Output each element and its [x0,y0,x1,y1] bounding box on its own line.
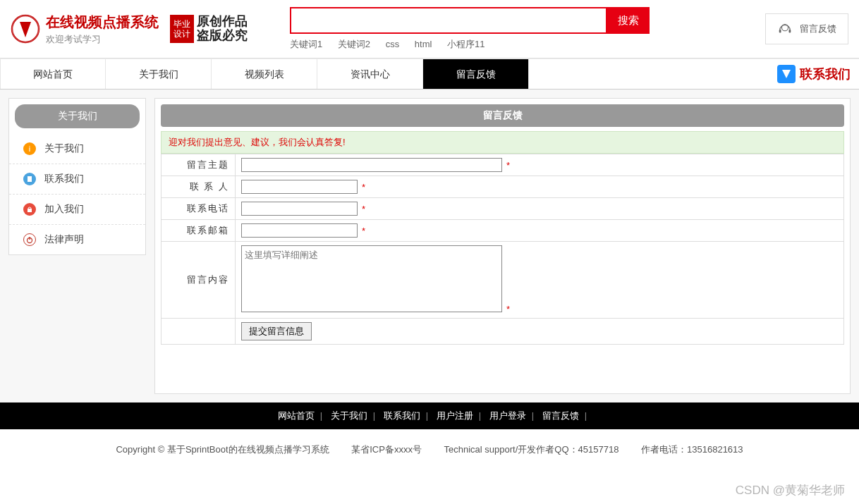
badge-line1: 毕业 [173,19,191,29]
footer-link[interactable]: 关于我们 [331,410,367,421]
required-mark: * [506,160,510,171]
search-button[interactable]: 搜索 [607,7,650,34]
subject-input[interactable] [241,158,502,172]
submit-button[interactable]: 提交留言信息 [241,322,312,340]
separator: | [320,410,322,421]
contact-input[interactable] [241,180,358,194]
author-phone: 作者电话：13516821613 [641,444,743,455]
separator: | [585,410,587,421]
svg-rect-4 [789,30,791,33]
sidebar-item-label: 关于我们 [44,142,84,155]
badge-line2: 设计 [173,29,191,39]
sidebar-item-contact[interactable]: 联系我们 [9,164,145,195]
graduation-badge: 毕业 设计 [170,15,194,44]
keyword-link[interactable]: 小程序11 [447,39,485,49]
phone-label: 联系电话 [162,198,236,220]
info-icon: i [23,142,36,155]
script-line1: 原创作品 [197,15,248,29]
phone-input[interactable] [241,202,358,216]
separator: | [373,410,375,421]
notice-bar: 迎对我们提出意见、建议，我们会认真答复! [161,131,844,154]
email-input[interactable] [241,223,358,238]
svg-rect-5 [28,176,32,182]
script-text: 原创作品 盗版必究 [197,15,248,43]
sidebar-item-label: 法律声明 [44,233,84,246]
sidebar-item-label: 加入我们 [44,203,84,216]
logo-area: 在线视频点播系统 欢迎考试学习 毕业 设计 原创作品 盗版必究 [11,13,248,46]
sidebar-item-label: 联系我们 [44,173,84,185]
footer-link[interactable]: 留言反馈 [542,410,579,421]
nav-video[interactable]: 视频列表 [212,59,317,89]
content-panel: 留言反馈 迎对我们提出意见、建议，我们会认真答复! 留言主题 * 联 系 人 *… [154,98,851,394]
search-row: 搜索 [290,7,650,34]
content-title: 留言反馈 [161,104,844,127]
header: 在线视频点播系统 欢迎考试学习 毕业 设计 原创作品 盗版必究 搜索 关键词1 … [0,0,859,59]
headset-icon [777,21,793,37]
logo-icon [11,14,40,44]
clipboard-icon [23,173,36,185]
sidebar: 关于我们 i 关于我们 联系我们 加入我们 法律声明 [8,98,146,255]
svg-rect-3 [779,30,781,33]
power-icon [23,233,36,246]
email-label: 联系邮箱 [162,220,236,242]
nav-home[interactable]: 网站首页 [0,59,106,89]
body-textarea[interactable] [241,245,502,312]
nav-about[interactable]: 关于我们 [106,59,212,89]
footer-nav: 网站首页| 关于我们| 联系我们| 用户注册| 用户登录| 留言反馈| [0,402,859,429]
contact-label: 联 系 人 [162,176,236,198]
separator: | [479,410,481,421]
support-text: Technical support/开发作者QQ：45157718 [444,444,619,455]
search-input[interactable] [290,7,607,34]
required-mark: * [506,304,510,314]
nav-feedback[interactable]: 留言反馈 [423,59,529,89]
nav-contact-link[interactable]: 联系我们 [777,65,859,83]
footer-link[interactable]: 联系我们 [384,410,420,421]
script-line2: 盗版必究 [197,29,248,43]
empty-cell [162,319,236,345]
top-feedback-label: 留言反馈 [800,23,836,35]
footer-link[interactable]: 用户登录 [489,410,526,421]
svg-rect-6 [28,209,32,212]
site-subtitle: 欢迎考试学习 [46,33,159,46]
sidebar-title: 关于我们 [15,104,140,128]
required-mark: * [362,182,365,192]
copyright-bar: Copyright © 基于SprintBoot的在线视频点播学习系统 某省IC… [0,429,859,477]
keyword-link[interactable]: 关键词2 [338,39,370,49]
feedback-form: 留言主题 * 联 系 人 * 联系电话 * 联系邮箱 * 留言内容 * 提交留言… [161,154,844,345]
badge-block: 毕业 设计 原创作品 盗版必究 [170,15,248,44]
sidebar-item-join[interactable]: 加入我们 [9,195,145,225]
top-feedback-link[interactable]: 留言反馈 [765,13,848,44]
required-mark: * [362,204,365,214]
keywords-row: 关键词1 关键词2 css html 小程序11 [290,38,650,51]
separator: | [532,410,534,421]
sidebar-item-about[interactable]: i 关于我们 [9,134,145,164]
sidebar-item-legal[interactable]: 法律声明 [9,225,145,254]
keyword-link[interactable]: html [415,39,432,49]
required-mark: * [362,226,365,236]
title-block: 在线视频点播系统 欢迎考试学习 [46,13,159,46]
keyword-link[interactable]: 关键词1 [290,39,322,49]
nav-contact-label: 联系我们 [800,66,851,82]
main-nav: 网站首页 关于我们 视频列表 资讯中心 留言反馈 联系我们 [0,59,859,90]
lock-icon [23,203,36,216]
icp-text: 某省ICP备xxxx号 [351,444,422,455]
separator: | [426,410,428,421]
copyright-text: Copyright © 基于SprintBoot的在线视频点播学习系统 [116,444,329,455]
main-area: 关于我们 i 关于我们 联系我们 加入我们 法律声明 留言反馈 迎对我们提出意见… [0,90,859,402]
keyword-link[interactable]: css [386,39,400,49]
nav-news[interactable]: 资讯中心 [317,59,423,89]
subject-label: 留言主题 [162,154,236,176]
contact-icon [777,65,796,83]
footer-link[interactable]: 用户注册 [437,410,473,421]
site-title: 在线视频点播系统 [46,13,159,32]
footer-link[interactable]: 网站首页 [278,410,315,421]
search-block: 搜索 关键词1 关键词2 css html 小程序11 [290,7,650,51]
body-label: 留言内容 [162,242,236,319]
